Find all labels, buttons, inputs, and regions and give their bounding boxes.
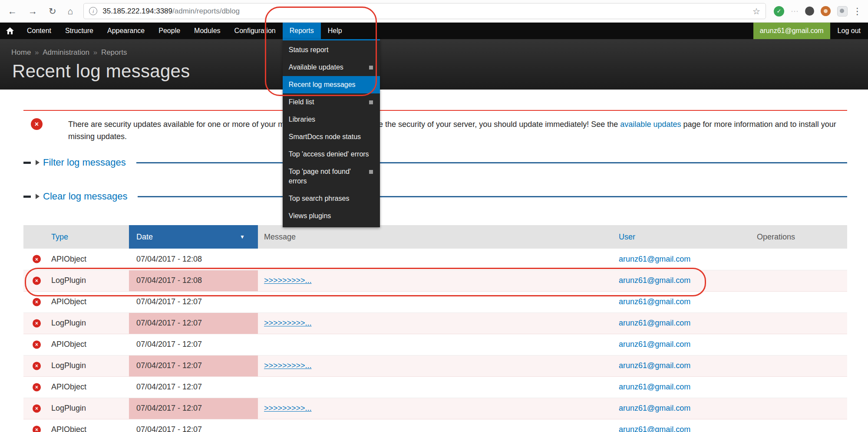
extension-orange-icon[interactable] (821, 6, 831, 16)
toolbar-item-reports[interactable]: ReportsStatus reportAvailable updatesRec… (283, 23, 321, 39)
toolbar-item-help[interactable]: Help (321, 23, 349, 39)
sort-date-label: Date (136, 233, 153, 241)
log-date-cell: 07/04/2017 - 12:07 (129, 398, 258, 419)
browser-home-icon[interactable]: ⌂ (68, 6, 73, 17)
log-type-cell: ×LogPlugin (23, 398, 129, 419)
dropdown-item-libraries[interactable]: Libraries (283, 111, 380, 128)
log-type-label: APIObject (51, 297, 86, 306)
filter-fieldset-toggle[interactable]: Filter log messages (43, 157, 126, 168)
extension-dark-icon[interactable] (805, 7, 814, 16)
collapsed-arrow-icon (36, 160, 40, 165)
header-date[interactable]: Date▼ (129, 225, 258, 249)
toolbar-item-label: Appearance (107, 27, 145, 35)
dropdown-item-recent-log-messages[interactable]: Recent log messages (283, 76, 380, 93)
breadcrumb-link-administration[interactable]: Administration (43, 48, 89, 56)
refresh-icon[interactable]: ↻ (49, 6, 56, 17)
log-user-cell: arunz61@gmail.com (616, 334, 752, 355)
dropdown-item-views-plugins[interactable]: Views plugins (283, 207, 380, 225)
breadcrumb-link-reports[interactable]: Reports (101, 48, 127, 56)
page-header: Home » Administration » Reports Recent l… (0, 39, 868, 90)
log-user-link[interactable]: arunz61@gmail.com (619, 361, 690, 370)
log-type-cell: ×APIObject (23, 376, 129, 398)
update-indicator-icon (369, 100, 373, 104)
toolbar-item-modules[interactable]: Modules (187, 23, 227, 39)
browser-menu-icon[interactable]: ⋮ (853, 6, 862, 17)
dropdown-item-label: Views plugins (289, 211, 331, 221)
collapse-dash-icon (23, 162, 31, 164)
log-user-link[interactable]: arunz61@gmail.com (619, 382, 690, 391)
extension-dots-icon[interactable]: ⋯ (791, 7, 799, 16)
toolbar-item-appearance[interactable]: Appearance (100, 23, 152, 39)
log-message-link[interactable]: >>>>>>>>>... (264, 361, 312, 370)
error-status-icon: × (33, 340, 41, 349)
dropdown-item-status-report[interactable]: Status report (283, 41, 380, 59)
breadcrumb-link-home[interactable]: Home (11, 48, 31, 56)
log-message-link[interactable]: >>>>>>>>>... (264, 276, 312, 285)
sort-type-link[interactable]: Type (51, 233, 68, 241)
log-user-link[interactable]: arunz61@gmail.com (619, 425, 690, 432)
toolbar-item-structure[interactable]: Structure (58, 23, 100, 39)
log-row-api: ×APIObject07/04/2017 - 12:07arunz61@gmai… (23, 419, 847, 432)
dropdown-item-field-list[interactable]: Field list (283, 93, 380, 111)
toolbar-right: arunz61@gmail.com Log out (753, 23, 868, 39)
dropdown-item-label: Top 'page not found' errors (289, 167, 366, 186)
address-bar[interactable]: i 35.185.222.194:3389/admin/reports/dblo… (83, 3, 766, 19)
clear-fieldset-toggle[interactable]: Clear log messages (43, 191, 127, 202)
logout-button[interactable]: Log out (830, 23, 868, 39)
log-operations-cell (752, 376, 847, 398)
admin-toolbar: ContentStructureAppearancePeopleModulesC… (0, 23, 868, 39)
dropdown-item-top-search-phrases[interactable]: Top search phrases (283, 190, 380, 207)
page-info-icon[interactable]: i (89, 7, 97, 15)
log-type-label: APIObject (51, 340, 86, 349)
toolbar-item-content[interactable]: Content (20, 23, 58, 39)
admin-home-icon[interactable] (0, 23, 20, 39)
bookmark-star-icon[interactable]: ☆ (752, 6, 760, 17)
error-status-icon: × (33, 425, 41, 432)
collapsed-arrow-icon (36, 194, 40, 199)
dropdown-item-top-access-denied-errors[interactable]: Top 'access denied' errors (283, 146, 380, 163)
log-user-link[interactable]: arunz61@gmail.com (619, 319, 690, 327)
dropdown-item-top-page-not-found-errors[interactable]: Top 'page not found' errors (283, 163, 380, 190)
fieldset-rule (136, 162, 847, 163)
log-message-link[interactable]: >>>>>>>>>... (264, 319, 312, 327)
header-operations: Operations (752, 225, 847, 249)
log-date-cell: 07/04/2017 - 12:08 (129, 249, 258, 270)
header-type: Type (23, 225, 129, 249)
log-date-cell: 07/04/2017 - 12:07 (129, 419, 258, 432)
log-type-label: LogPlugin (51, 276, 86, 285)
toolbar-item-label: People (158, 27, 180, 35)
toolbar-item-label: Configuration (234, 27, 276, 35)
dropdown-item-available-updates[interactable]: Available updates (283, 59, 380, 76)
sort-user-link[interactable]: User (619, 233, 635, 241)
log-user-cell: arunz61@gmail.com (616, 376, 752, 398)
extension-check-icon[interactable]: ✓ (774, 6, 784, 17)
available-updates-link[interactable]: available updates (620, 120, 681, 129)
forward-icon[interactable]: → (28, 6, 37, 17)
log-user-link[interactable]: arunz61@gmail.com (619, 297, 690, 306)
admin-menu: ContentStructureAppearancePeopleModulesC… (20, 23, 349, 39)
account-badge[interactable]: arunz61@gmail.com (753, 23, 830, 39)
browser-chrome: ← → ↻ ⌂ i 35.185.222.194:3389/admin/repo… (0, 0, 868, 23)
log-user-cell: arunz61@gmail.com (616, 291, 752, 312)
log-operations-cell (752, 355, 847, 376)
extension-camera-icon[interactable] (837, 6, 848, 17)
toolbar-item-people[interactable]: People (152, 23, 187, 39)
content: × There are security updates available f… (0, 110, 868, 432)
error-status-icon: × (33, 383, 41, 391)
dropdown-item-label: Field list (289, 97, 314, 107)
dropdown-item-smartdocs-node-status[interactable]: SmartDocs node status (283, 128, 380, 146)
filter-fieldset: Filter log messages (23, 155, 847, 170)
log-date-cell: 07/04/2017 - 12:07 (129, 376, 258, 398)
log-user-link[interactable]: arunz61@gmail.com (619, 276, 690, 285)
log-user-link[interactable]: arunz61@gmail.com (619, 340, 690, 349)
log-message-cell: >>>>>>>>>... (258, 270, 616, 291)
log-user-link[interactable]: arunz61@gmail.com (619, 255, 690, 263)
log-user-cell: arunz61@gmail.com (616, 249, 752, 270)
log-type-cell: ×LogPlugin (23, 312, 129, 334)
home-icon (6, 27, 14, 34)
toolbar-item-configuration[interactable]: Configuration (228, 23, 283, 39)
back-icon[interactable]: ← (8, 6, 17, 17)
fieldset-rule (138, 196, 847, 197)
log-message-link[interactable]: >>>>>>>>>... (264, 404, 312, 412)
log-user-link[interactable]: arunz61@gmail.com (619, 404, 690, 412)
